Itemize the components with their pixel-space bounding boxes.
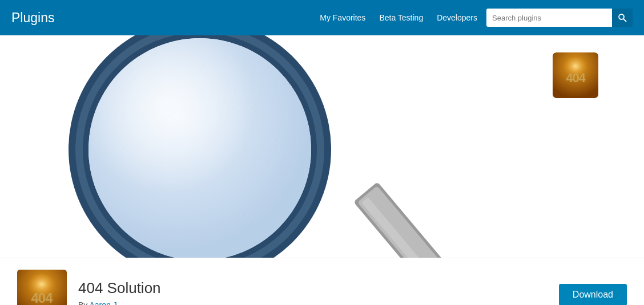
search-form	[486, 9, 633, 27]
magnifier-illustration	[34, 35, 491, 258]
search-icon	[618, 13, 627, 22]
nav-favorites[interactable]: My Favorites	[320, 13, 365, 22]
site-title: Plugins	[11, 10, 54, 26]
svg-point-10	[88, 38, 311, 258]
search-input[interactable]	[486, 9, 612, 27]
svg-line-1	[623, 19, 626, 22]
author-link[interactable]: Aaron J	[89, 300, 116, 305]
svg-text:404: 404	[566, 71, 586, 85]
main-content: 404 404	[0, 35, 644, 305]
download-button[interactable]: Download	[559, 284, 627, 306]
search-button[interactable]	[612, 9, 633, 27]
header: Plugins My Favorites Beta Testing Develo…	[0, 0, 644, 35]
nav-developers[interactable]: Developers	[437, 13, 477, 22]
plugin-info: 404 Solution By Aaron J	[78, 279, 548, 305]
plugin-icon-hero: 404	[553, 52, 598, 98]
author-prefix: By	[78, 300, 87, 305]
plugin-author: By Aaron J	[78, 300, 548, 305]
svg-text:404: 404	[31, 290, 53, 305]
plugin-footer: 404 404 Solution By Aaron J Download	[0, 258, 644, 305]
hero-area: 404	[0, 35, 644, 258]
plugin-name: 404 Solution	[78, 279, 548, 297]
nav-beta[interactable]: Beta Testing	[379, 13, 423, 22]
main-nav: My Favorites Beta Testing Developers	[320, 13, 477, 22]
plugin-icon-svg: 404	[17, 270, 67, 305]
hero-plugin-icon: 404	[553, 52, 598, 98]
plugin-icon-small: 404	[17, 270, 67, 305]
